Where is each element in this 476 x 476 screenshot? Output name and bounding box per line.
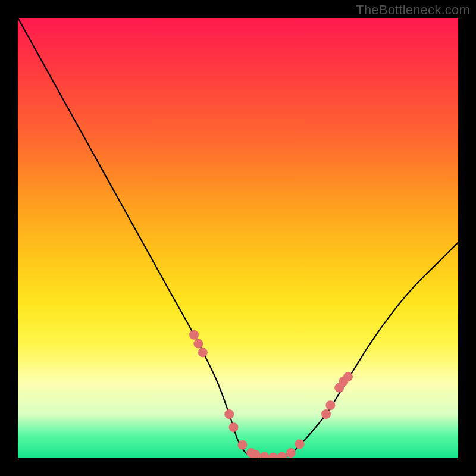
marker-point <box>343 372 353 381</box>
marker-point <box>189 330 199 340</box>
marker-point <box>224 409 234 419</box>
marker-point <box>277 452 287 458</box>
marker-group <box>189 330 353 458</box>
marker-point <box>321 409 331 419</box>
watermark-label: TheBottleneck.com <box>356 2 470 18</box>
marker-point <box>295 439 305 449</box>
marker-point <box>259 452 269 458</box>
marker-point <box>229 422 239 432</box>
outer-frame: TheBottleneck.com <box>0 0 476 476</box>
marker-point <box>286 448 296 458</box>
marker-point <box>268 453 278 458</box>
marker-point <box>193 339 203 349</box>
marker-point <box>198 347 208 357</box>
bottleneck-curve <box>18 18 458 458</box>
marker-point <box>325 400 335 410</box>
chart-svg <box>18 18 458 458</box>
marker-point <box>237 440 247 450</box>
plot-area <box>18 18 458 458</box>
